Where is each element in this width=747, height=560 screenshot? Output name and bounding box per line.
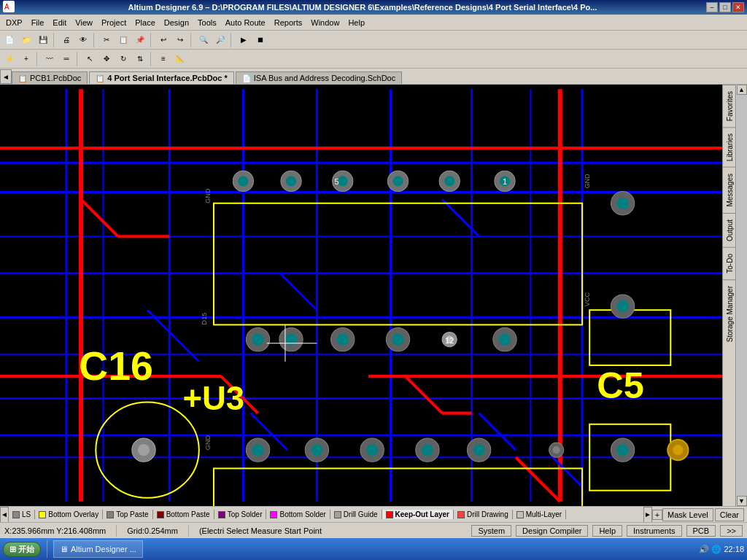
layer-color-1 xyxy=(39,511,46,518)
layer-label-0: LS xyxy=(22,510,31,518)
layer-tab-keep-out-layer[interactable]: Keep-Out Layer xyxy=(382,510,454,519)
cut-button[interactable]: ✂ xyxy=(98,32,115,48)
mask-level-button[interactable]: Mask Level xyxy=(662,508,713,521)
bus-button[interactable]: ═ xyxy=(58,51,74,67)
pcb-button[interactable]: PCB xyxy=(686,525,716,537)
svg-point-65 xyxy=(499,334,511,346)
layer-scroll-right[interactable]: ► xyxy=(643,507,652,523)
scroll-up-button[interactable]: ▲ xyxy=(737,85,747,95)
menu-item-reports[interactable]: Reports xyxy=(270,17,307,28)
system-button[interactable]: System xyxy=(471,525,511,537)
side-tab-messages[interactable]: Messages xyxy=(723,167,735,213)
coordinates: X:235.966mm Y:216.408mm xyxy=(4,526,106,535)
copy-button[interactable]: 📋 xyxy=(115,32,131,48)
menu-item-dxp[interactable]: DXP xyxy=(1,17,27,28)
minimize-button[interactable]: – xyxy=(706,2,718,12)
menu-item-view[interactable]: View xyxy=(71,17,97,28)
menu-item-auto-route[interactable]: Auto Route xyxy=(221,17,270,28)
undo-button[interactable]: ↩ xyxy=(155,32,171,48)
layer-tab-bottom-solder[interactable]: Bottom Solder xyxy=(266,510,330,519)
tab-bar: ◄📋PCB1.PcbDoc📋4 Port Serial Interface.Pc… xyxy=(0,69,747,85)
tab-label-0: PCB1.PcbDoc xyxy=(30,74,81,82)
toolbar-separator-6 xyxy=(36,52,39,66)
svg-point-51 xyxy=(444,176,454,186)
place-button[interactable]: + xyxy=(18,51,34,67)
preview-button[interactable]: 👁 xyxy=(75,32,91,48)
flip-button[interactable]: ⇅ xyxy=(132,51,148,67)
rotate-button[interactable]: ↻ xyxy=(115,51,131,67)
help-button[interactable]: Help xyxy=(592,525,622,537)
layer-tab-drill-guide[interactable]: Drill Guide xyxy=(330,510,382,519)
redo-button[interactable]: ↪ xyxy=(172,32,188,48)
layer-tab-drill-drawing[interactable]: Drill Drawing xyxy=(454,510,513,519)
layer-tab-top-paste[interactable]: Top Paste xyxy=(103,510,152,519)
svg-point-57 xyxy=(285,334,297,346)
menu-item-tools[interactable]: Tools xyxy=(193,17,221,28)
layer-tab-bottom-paste[interactable]: Bottom Paste xyxy=(153,510,214,519)
taskbar-item-label: Altium Designer ... xyxy=(71,545,136,553)
select-button[interactable]: ↖ xyxy=(82,51,98,67)
wire-button[interactable]: 〰 xyxy=(42,51,58,67)
design-compiler-button[interactable]: Design Compiler xyxy=(516,525,588,537)
zoom-in-button[interactable]: 🔍 xyxy=(196,32,212,48)
side-tab-storage-manager[interactable]: Storage Manager xyxy=(723,279,735,348)
layer-label-5: Bottom Solder xyxy=(279,510,325,518)
layer-color-3 xyxy=(157,511,164,518)
tab-2[interactable]: 📄ISA Bus and Address Decoding.SchDoc xyxy=(236,71,402,84)
svg-rect-2 xyxy=(0,89,722,502)
svg-text:12: 12 xyxy=(445,336,454,345)
close-button[interactable]: ✕ xyxy=(732,2,744,12)
layer-color-5 xyxy=(270,511,277,518)
add-layer-button[interactable]: + xyxy=(652,510,662,520)
svg-point-67 xyxy=(252,444,263,456)
measure-button[interactable]: 📐 xyxy=(172,51,188,67)
move-button[interactable]: ✥ xyxy=(98,51,115,67)
menu-item-help[interactable]: Help xyxy=(344,17,369,28)
print-button[interactable]: 🖨 xyxy=(58,32,74,48)
align-button[interactable]: ≡ xyxy=(155,51,171,67)
menu-item-project[interactable]: Project xyxy=(97,17,131,28)
route-button[interactable]: ⚡ xyxy=(1,51,18,67)
pcb-canvas[interactable]: C16 +U3 C5 GND GND GND VCC 5 1 12 D15 xyxy=(0,85,722,506)
paste-button[interactable]: 📌 xyxy=(132,32,148,48)
taskbar-item-altium[interactable]: 🖥 Altium Designer ... xyxy=(53,540,143,558)
scroll-down-button[interactable]: ▼ xyxy=(737,496,747,506)
menu-item-file[interactable]: File xyxy=(27,17,49,28)
menu-item-window[interactable]: Window xyxy=(306,17,344,28)
layer-tab-top-solder[interactable]: Top Solder xyxy=(214,510,267,519)
start-button[interactable]: ⊞ 开始 xyxy=(3,542,41,557)
layer-tab-multi-layer[interactable]: Multi-Layer xyxy=(513,510,566,519)
toolbar-separator-3 xyxy=(150,33,153,47)
svg-point-77 xyxy=(617,198,629,209)
side-tab-libraries[interactable]: Libraries xyxy=(723,127,735,167)
side-tab-output[interactable]: Output xyxy=(723,213,735,247)
tab-1[interactable]: 📋4 Port Serial Interface.PcbDoc * xyxy=(89,71,233,84)
menu-item-design[interactable]: Design xyxy=(160,17,193,28)
clear-button[interactable]: Clear xyxy=(715,508,744,521)
tab-scroll-left[interactable]: ◄ xyxy=(0,69,12,84)
open-button[interactable]: 📁 xyxy=(18,32,34,48)
layer-label-8: Drill Drawing xyxy=(467,510,508,518)
app-icon: A xyxy=(3,1,15,14)
save-button[interactable]: 💾 xyxy=(35,32,51,48)
stop-button[interactable]: ⏹ xyxy=(252,32,268,48)
side-tab-favorites[interactable]: Favorites xyxy=(723,85,735,127)
expand-button[interactable]: >> xyxy=(720,525,743,537)
run-button[interactable]: ▶ xyxy=(236,32,252,48)
svg-point-85 xyxy=(673,445,683,455)
svg-text:GND: GND xyxy=(204,188,212,203)
layer-tab-ls[interactable]: LS xyxy=(9,510,35,519)
tab-label-2: ISA Bus and Address Decoding.SchDoc xyxy=(254,74,395,82)
menu-item-edit[interactable]: Edit xyxy=(48,17,71,28)
layer-scroll-left[interactable]: ◄ xyxy=(0,507,9,523)
vertical-scrollbar[interactable]: ▲ ▼ xyxy=(735,85,747,506)
layer-label-7: Keep-Out Layer xyxy=(395,510,449,518)
menu-item-place[interactable]: Place xyxy=(131,17,160,28)
maximize-button[interactable]: □ xyxy=(719,2,731,12)
layer-tab-bottom-overlay[interactable]: Bottom Overlay xyxy=(35,510,103,519)
tab-0[interactable]: 📋PCB1.PcbDoc xyxy=(12,71,88,84)
new-button[interactable]: 📄 xyxy=(1,32,18,48)
side-tab-to-do[interactable]: To-Do xyxy=(723,247,735,279)
instruments-button[interactable]: Instruments xyxy=(627,525,681,537)
zoom-out-button[interactable]: 🔎 xyxy=(212,32,228,48)
